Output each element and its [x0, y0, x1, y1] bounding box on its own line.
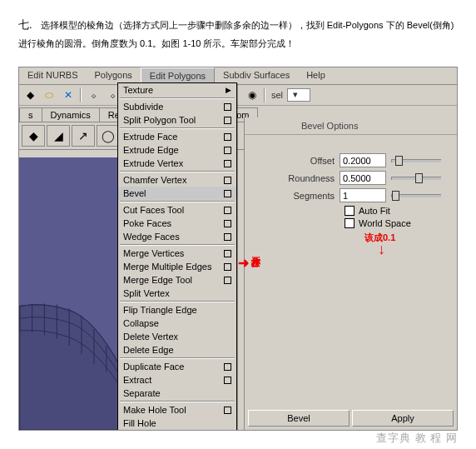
option-box-icon[interactable] [224, 177, 231, 184]
toolbar-icon[interactable]: ◆ [21, 87, 39, 103]
menu-item-extract[interactable]: Extract [118, 373, 236, 387]
menu-item-cut-faces-tool[interactable]: Cut Faces Tool [118, 203, 236, 217]
toolbar-icon[interactable]: ◉ [243, 87, 261, 103]
offset-input[interactable] [340, 153, 386, 167]
option-box-icon[interactable] [224, 103, 231, 111]
shelf-icon[interactable]: ◯ [97, 125, 120, 147]
menu-item-fill-hole[interactable]: Fill Hole [118, 417, 236, 430]
menu-item-extrude-edge[interactable]: Extrude Edge [118, 143, 236, 157]
menu-subdiv-surfaces[interactable]: Subdiv Surfaces [215, 67, 298, 84]
menu-item-merge-vertices[interactable]: Merge Vertices [118, 247, 236, 260]
option-box-icon[interactable] [224, 147, 231, 154]
menu-item-delete-vertex[interactable]: Delete Vertex [118, 330, 236, 343]
menu-item-chamfer-vertex[interactable]: Chamfer Vertex [118, 173, 236, 187]
option-box-icon[interactable] [224, 263, 231, 271]
menu-item-merge-edge-tool[interactable]: Merge Edge Tool [118, 273, 236, 287]
menu-item-split-vertex[interactable]: Split Vertex [118, 287, 236, 300]
menu-item-bevel[interactable]: Bevel [118, 187, 236, 200]
option-box-icon[interactable] [224, 233, 231, 241]
menu-item-extrude-face[interactable]: Extrude Face [118, 130, 236, 143]
shelf-icon[interactable]: ↗ [72, 125, 95, 147]
option-box-icon[interactable] [224, 190, 231, 197]
tab[interactable]: Dynamics [42, 107, 100, 122]
menu-item-wedge-faces[interactable]: Wedge Faces [118, 230, 236, 243]
toolbar-icon[interactable]: ⬦ [84, 87, 102, 103]
autofit-label: Auto Fit [359, 206, 390, 216]
option-box-icon[interactable] [224, 250, 231, 257]
menu-item-make-hole-tool[interactable]: Make Hole Tool [118, 403, 236, 417]
offset-label: Offset [286, 156, 340, 166]
menu-item-extrude-vertex[interactable]: Extrude Vertex [118, 157, 236, 170]
menu-item-split-polygon-tool[interactable]: Split Polygon Tool [118, 113, 236, 127]
segments-slider[interactable] [391, 194, 441, 197]
roundness-slider[interactable] [391, 177, 441, 180]
segments-input[interactable] [340, 188, 386, 202]
segments-label: Segments [286, 191, 340, 201]
toolbar: ◆ ⬭ ✕ ⬦ ⬦ ⬦ ◧ ▦ ▧ ▤ ◈ ◉ sel ▾ [19, 85, 457, 106]
edit-polygons-menu[interactable]: Texture▶SubdivideSplit Polygon ToolExtru… [117, 82, 237, 431]
worldspace-checkbox[interactable] [345, 218, 355, 228]
watermark: 查字典 教 程 网 [376, 431, 458, 446]
bevel-button[interactable]: Bevel [248, 410, 350, 427]
menu-edit-polygons[interactable]: Edit Polygons [141, 67, 215, 84]
option-box-icon[interactable] [224, 207, 231, 214]
shelf-icon[interactable]: ◆ [22, 125, 45, 147]
menu-edit-nurbs[interactable]: Edit NURBS [19, 67, 87, 84]
apply-button[interactable]: Apply [352, 410, 454, 427]
option-box-icon[interactable] [224, 220, 231, 227]
menu-item-delete-edge[interactable]: Delete Edge [118, 343, 236, 357]
bevel-options-panel: Bevel Options Offset Roundness Segments … [244, 117, 457, 430]
menu-item-separate[interactable]: Separate [118, 387, 236, 400]
roundness-label: Roundness [286, 173, 340, 183]
option-box-icon[interactable] [224, 363, 231, 371]
panel-title: Bevel Options [245, 117, 457, 135]
option-box-icon[interactable] [224, 377, 231, 384]
option-box-icon[interactable] [224, 277, 231, 284]
option-box-icon[interactable] [224, 407, 231, 414]
option-box-icon[interactable] [224, 117, 231, 124]
menu-item-poke-faces[interactable]: Poke Faces [118, 217, 236, 230]
step-body: 选择模型的棱角边（选择方式同上一步骤中删除多余的边一样），找到 Edit-Pol… [18, 20, 454, 48]
menu-item-texture[interactable]: Texture▶ [118, 83, 236, 97]
toolbar-icon[interactable]: ✕ [59, 87, 77, 103]
toolbar-icon[interactable]: ⬭ [40, 87, 58, 103]
offset-slider[interactable] [391, 159, 441, 162]
option-box-icon[interactable] [224, 160, 231, 167]
menu-item-merge-multiple-edges[interactable]: Merge Multiple Edges [118, 260, 236, 273]
menu-help[interactable]: Help [298, 67, 334, 84]
instruction-text: 七. 选择模型的棱角边（选择方式同上一步骤中删除多余的边一样），找到 Edit-… [0, 0, 476, 61]
menu-item-duplicate-face[interactable]: Duplicate Face [118, 360, 236, 373]
menu-polygons[interactable]: Polygons [87, 67, 141, 84]
roundness-input[interactable] [340, 171, 386, 185]
menu-bar: Edit NURBSPolygonsEdit PolygonsSubdiv Su… [19, 67, 457, 85]
autofit-checkbox[interactable] [345, 206, 355, 216]
worldspace-label: World Space [359, 218, 411, 228]
menu-item-subdivide[interactable]: Subdivide [118, 100, 236, 113]
sel-dropdown[interactable]: ▾ [287, 88, 310, 102]
step-number: 七. [18, 18, 32, 31]
shelf-icon[interactable]: ◢ [47, 125, 70, 147]
tab[interactable]: s [19, 107, 42, 122]
menu-item-collapse[interactable]: Collapse [118, 317, 236, 330]
menu-item-flip-triangle-edge[interactable]: Flip Triangle Edge [118, 303, 236, 317]
sel-label: sel [271, 90, 283, 100]
option-box-icon[interactable] [224, 133, 231, 141]
app-window: Edit NURBSPolygonsEdit PolygonsSubdiv Su… [18, 67, 458, 431]
